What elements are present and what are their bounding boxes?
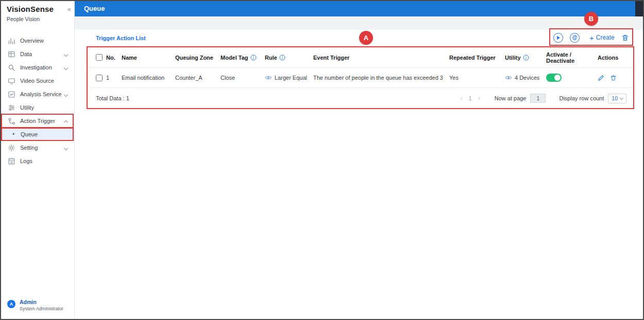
cell-name: Email notification — [122, 75, 175, 81]
content-background-strip — [75, 16, 643, 30]
column-header-no: No. — [106, 55, 122, 61]
sidebar-item-queue[interactable]: • Queue — [1, 128, 74, 141]
sidebar-item-utility[interactable]: Utility — [1, 101, 74, 114]
at-button[interactable]: @ — [570, 33, 580, 43]
table-row: 1 Email notification Counter_A Close Lar… — [88, 68, 634, 88]
sidebar: VisionSense « People Vision Overview Dat… — [1, 1, 75, 319]
sidebar-collapse-icon[interactable]: « — [67, 5, 71, 13]
video-source-icon — [7, 77, 15, 85]
sidebar-item-label: Video Source — [20, 78, 54, 84]
sidebar-item-logs[interactable]: Logs — [1, 154, 74, 168]
overview-icon — [7, 37, 15, 45]
pagination-page-1[interactable]: 1 — [466, 95, 475, 101]
table-header-row: No. Name Queuing Zone Model Tag Rule Eve… — [88, 47, 634, 68]
sidebar-item-action-trigger[interactable]: Action Trigger — [1, 114, 74, 128]
cell-activate — [546, 74, 598, 82]
pencil-icon — [598, 75, 604, 81]
cell-actions — [598, 75, 634, 81]
page-title: Queue — [84, 5, 105, 12]
at-icon: @ — [572, 35, 578, 40]
column-header-event-trigger: Event Trigger — [313, 55, 449, 61]
table-footer: Total Data : 1 ‹ 1 › Now at page Display… — [88, 88, 634, 109]
rule-value: Larger Equal — [275, 75, 307, 81]
column-header-name: Name — [122, 55, 175, 61]
sidebar-item-label: Setting — [20, 145, 38, 151]
sidebar-item-analysis-service[interactable]: Analysis Service — [1, 87, 74, 101]
activate-toggle[interactable] — [546, 74, 562, 82]
sidebar-nav: Overview Data Investigation V — [1, 34, 74, 168]
sidebar-item-label: Logs — [20, 158, 32, 164]
column-header-actions: Actions — [598, 55, 634, 61]
column-header-queuing-zone: Queuing Zone — [175, 55, 221, 61]
app-title: VisionSense — [7, 5, 54, 13]
chevron-down-icon — [64, 66, 68, 70]
trash-icon — [610, 75, 617, 81]
chevron-down-icon — [64, 93, 68, 97]
create-button-label: Create — [596, 34, 615, 41]
select-all-checkbox[interactable] — [96, 54, 103, 61]
page-number-input[interactable] — [530, 94, 546, 103]
column-header-repeated-trigger: Repeated Trigger — [449, 55, 505, 61]
logs-icon — [7, 157, 15, 165]
sidebar-item-overview[interactable]: Overview — [1, 34, 74, 47]
utility-value: 4 Devices — [515, 75, 539, 81]
panel-toolbar: @ + Create — [553, 32, 629, 43]
cell-no: 1 — [106, 75, 122, 81]
sidebar-user[interactable]: A Admin System Administrator — [1, 298, 74, 315]
pagination-next[interactable]: › — [475, 95, 483, 102]
sidebar-item-label: Action Trigger — [20, 118, 55, 124]
column-header-label: Utility — [505, 55, 521, 61]
column-header-rule: Rule — [265, 55, 313, 61]
row-checkbox[interactable] — [96, 75, 103, 81]
pagination-prev[interactable]: ‹ — [457, 95, 466, 102]
action-trigger-icon — [7, 117, 15, 125]
now-at-page-label: Now at page — [495, 95, 527, 101]
sidebar-item-label: Utility — [20, 104, 34, 111]
column-header-utility: Utility — [505, 55, 546, 61]
cell-utility: 4 Devices — [505, 74, 546, 81]
cell-repeated-trigger: Yes — [449, 75, 505, 81]
eye-icon[interactable] — [265, 74, 272, 81]
cell-rule: Larger Equal — [265, 74, 313, 81]
total-data-label: Total Data : 1 — [96, 95, 129, 101]
gear-icon — [7, 144, 15, 152]
user-role: System Administrator — [20, 306, 63, 311]
create-button[interactable]: + Create — [589, 34, 615, 42]
display-row-count-label: Display row count — [559, 95, 604, 101]
eye-icon[interactable] — [505, 74, 512, 81]
trigger-action-table: No. Name Queuing Zone Model Tag Rule Eve… — [88, 47, 634, 109]
sidebar-item-label: Data — [20, 51, 32, 57]
search-icon — [7, 63, 15, 72]
cell-queuing-zone: Counter_A — [175, 75, 221, 81]
sidebar-item-investigation[interactable]: Investigation — [1, 61, 74, 74]
toggle-knob — [554, 75, 561, 81]
column-header-label: Model Tag — [221, 55, 248, 61]
run-button[interactable] — [553, 33, 563, 43]
page-header: Queue — [75, 1, 643, 16]
chevron-down-icon — [64, 52, 68, 57]
user-name: Admin — [20, 299, 37, 305]
info-icon[interactable] — [279, 55, 285, 61]
sidebar-item-label: Investigation — [20, 64, 52, 70]
column-header-label: Rule — [265, 55, 277, 61]
info-icon[interactable] — [250, 55, 257, 61]
row-count-value: 10 — [612, 95, 618, 101]
sidebar-item-setting[interactable]: Setting — [1, 141, 74, 154]
scrollbar-track[interactable] — [635, 1, 643, 16]
edit-button[interactable] — [598, 75, 604, 81]
cell-event-trigger: The number of people in the queue has ex… — [313, 75, 449, 81]
trash-icon — [621, 34, 629, 42]
sidebar-item-label: Overview — [20, 38, 44, 44]
row-count-select[interactable]: 10 — [608, 94, 626, 103]
row-delete-button[interactable] — [610, 75, 617, 81]
data-icon — [7, 50, 15, 58]
delete-button[interactable] — [621, 34, 629, 42]
plus-icon: + — [589, 34, 594, 42]
app-subtitle: People Vision — [7, 16, 40, 22]
panel-title: Trigger Action List — [96, 35, 146, 41]
sidebar-item-data[interactable]: Data — [1, 47, 74, 61]
app-window: VisionSense « People Vision Overview Dat… — [0, 0, 644, 320]
column-header-activate-deactivate: Activate / Deactivate — [546, 51, 598, 64]
sidebar-item-video-source[interactable]: Video Source — [1, 74, 74, 87]
info-icon[interactable] — [523, 55, 529, 61]
